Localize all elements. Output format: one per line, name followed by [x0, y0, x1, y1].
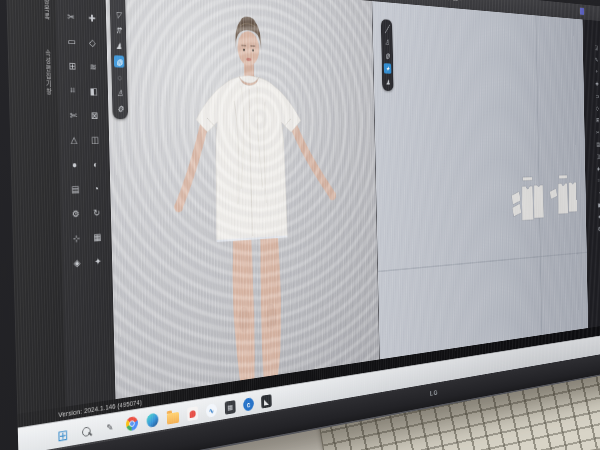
tool-icon[interactable]: ⊞ — [596, 116, 599, 123]
lg-logo: LG — [430, 388, 438, 397]
tool-icon[interactable]: ◇ — [82, 32, 103, 52]
tool-icon[interactable]: ◐ — [85, 154, 106, 173]
taskbar-item-notes-app[interactable]: ▦ — [225, 400, 236, 415]
tool-icon[interactable]: ↻ — [86, 203, 107, 223]
view-mode-icon[interactable]: ◍ — [114, 55, 125, 67]
taskbar-item-folder[interactable] — [167, 412, 179, 425]
titlebar-text: 5.2 — [433, 0, 440, 1]
taskbar-item-pen-tool[interactable]: ✎ — [103, 418, 117, 436]
tool-icon[interactable]: ⌗ — [598, 177, 600, 184]
pattern-mode-icon[interactable]: ♟ — [384, 77, 392, 87]
viewport-3d[interactable]: ⌒▽⇈♟◍◌♙⚙ — [105, 0, 379, 399]
tool-icon[interactable]: ▭ — [595, 92, 599, 100]
dock-tab-label[interactable]: 속성편집기창 — [43, 49, 53, 95]
monitor: CLOSE8479495:435.2ab + 물체창목록속성편집기창 ✎⌖✂✚▭… — [0, 0, 600, 450]
tool-icon[interactable]: ✎ — [595, 56, 598, 64]
view-mode-icon[interactable]: ♟ — [113, 40, 124, 53]
taskbar-item-chrome[interactable] — [126, 416, 138, 432]
tool-icon[interactable]: ≋ — [82, 57, 103, 77]
pattern-mode-icon[interactable]: ◍ — [384, 50, 392, 61]
tool-icon[interactable]: ✎ — [59, 0, 81, 2]
tool-icon[interactable]: ⌗ — [62, 81, 84, 100]
photo-scene: CLOSE8479495:435.2ab + 물체창목록속성편집기창 ✎⌖✂✚▭… — [0, 0, 600, 450]
pattern-pieces — [373, 1, 589, 359]
tool-icon[interactable]: ⊠ — [84, 106, 105, 125]
tool-icon[interactable]: ◲ — [594, 43, 598, 51]
tool-icon[interactable]: ✚ — [81, 8, 102, 28]
tool-icon[interactable]: ◈ — [66, 252, 88, 272]
pattern-mode-icon[interactable]: ✦ — [384, 63, 392, 74]
tool-icon[interactable]: ✄ — [62, 105, 84, 124]
tool-icon[interactable]: ✚ — [595, 80, 598, 88]
taskbar-item-pdf-app[interactable] — [187, 406, 198, 421]
tool-icon[interactable]: ⌖ — [81, 0, 102, 4]
tool-icon[interactable]: ✂ — [60, 6, 82, 26]
tool-icon[interactable]: △ — [63, 130, 85, 149]
taskbar-item-swan-app[interactable]: ∿ — [206, 403, 217, 418]
view3d-toolbar: ⌒▽⇈♟◍◌♙⚙ — [110, 0, 129, 119]
perspective-wrapper: CLOSE8479495:435.2ab + 물체창목록속성편집기창 ✎⌖✂✚▭… — [0, 0, 600, 450]
tool-icon[interactable]: ▤ — [596, 140, 600, 147]
view2d-toolbar: ╱♙◍✦♟ — [381, 19, 394, 91]
tool-icon[interactable]: ⊹ — [66, 228, 88, 248]
tool-icon[interactable]: ⌖ — [596, 68, 598, 76]
tool-icon[interactable]: ▭ — [61, 31, 83, 51]
tool-icon[interactable]: ⚙ — [65, 203, 87, 223]
pattern-mode-icon[interactable]: ♙ — [383, 37, 391, 48]
tool-icon[interactable]: ◇ — [596, 104, 599, 111]
pattern-mode-icon[interactable]: ╱ — [383, 23, 391, 34]
dock-tab-label[interactable]: 물체창목록 — [41, 0, 51, 21]
tool-icon[interactable]: ✦ — [87, 251, 108, 271]
view-mode-icon[interactable]: ⇈ — [113, 24, 124, 37]
tool-icon[interactable]: ⊞ — [61, 56, 83, 76]
tool-icon[interactable]: ▤ — [64, 179, 86, 199]
avatar — [105, 0, 379, 399]
tool-icon[interactable]: ✂ — [596, 128, 599, 135]
app-badge-icon[interactable] — [580, 8, 585, 15]
view-mode-icon[interactable]: ⚙ — [115, 102, 126, 114]
tool-icon[interactable]: ◈ — [597, 165, 600, 172]
tool-icon[interactable]: ◫ — [84, 130, 105, 149]
tool-icon[interactable]: ▦ — [87, 227, 108, 247]
tool-icon[interactable]: ◔ — [86, 179, 107, 198]
tool-icon[interactable]: ● — [64, 155, 86, 174]
view-mode-icon[interactable]: ▽ — [113, 8, 124, 21]
tool-icon[interactable]: ◫ — [596, 152, 600, 159]
taskbar-item-edge[interactable] — [146, 413, 158, 428]
viewport-2d[interactable]: ╱♙◍✦♟ — [372, 1, 588, 359]
view-mode-icon[interactable]: ◌ — [114, 71, 125, 83]
taskbar-item-closet-app[interactable]: c — [243, 397, 254, 412]
view-mode-icon[interactable]: ♙ — [115, 87, 126, 99]
taskbar-item-start-button[interactable]: ⊞ — [55, 426, 70, 445]
taskbar-item-photos-app[interactable]: ◣ — [261, 394, 272, 408]
taskbar-item-search-button[interactable] — [79, 422, 94, 440]
tool-icon[interactable]: ◧ — [83, 81, 104, 100]
titlebar-text: ab + — [453, 0, 462, 3]
view-mode-icon[interactable]: ⌒ — [112, 0, 123, 5]
